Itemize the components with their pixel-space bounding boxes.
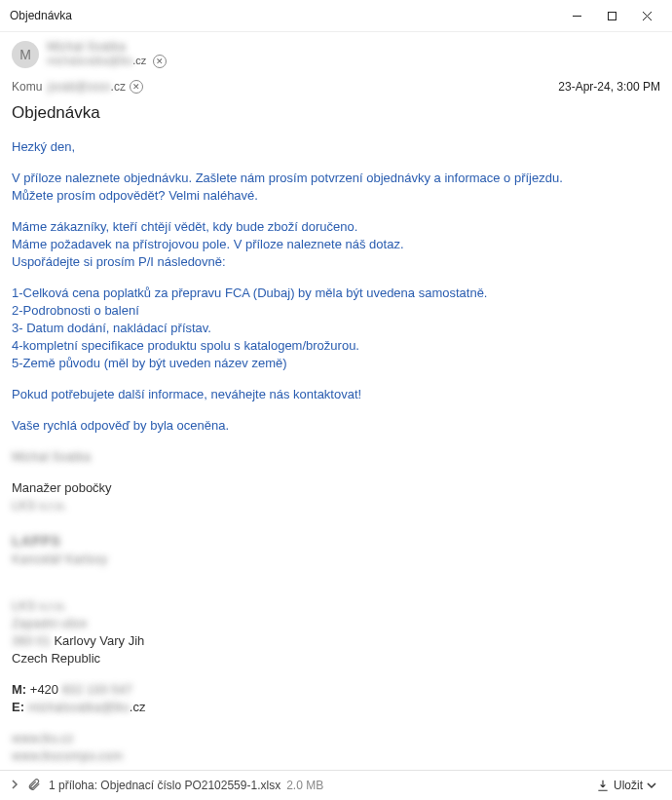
body-line: Uspořádejte si prosím P/I následovně:	[12, 253, 660, 271]
body-list-item: 3- Datum dodání, nakládací přístav.	[12, 320, 660, 337]
minimize-button[interactable]	[559, 4, 594, 27]
email-label: E:	[12, 700, 24, 714]
window-titlebar: Objednávka	[0, 0, 672, 32]
close-button[interactable]	[629, 4, 664, 27]
sender-email-suffix: .cz	[132, 55, 146, 66]
phone-label: M:	[12, 682, 26, 697]
address-line: LKS s.r.o.	[12, 598, 66, 613]
email-header: M Michal Svatka michalsvatka@lks.cz ✕	[0, 32, 672, 74]
email-subject: Objednávka	[0, 99, 672, 133]
recipient-row: Komu jsvab@xxxx.cz ✕ 23-Apr-24, 3:00 PM	[0, 74, 672, 99]
address-zip: 360 01	[12, 633, 51, 648]
sig-email-blur: michalsvatka@lks	[24, 700, 130, 714]
download-icon	[596, 779, 610, 792]
body-line: Můžete prosím odpovědět? Velmi naléhavé.	[12, 187, 660, 205]
body-line: V příloze naleznete objednávku. Zašlete …	[12, 170, 660, 187]
body-list-item: 1-Celková cena poplatků za přepravu FCA …	[12, 285, 660, 302]
address-country: Czech Republic	[12, 650, 660, 667]
body-greeting: Hezký den,	[12, 138, 660, 156]
body-line: Pokud potřebujete další informace, neváh…	[12, 386, 660, 403]
email-date: 23-Apr-24, 3:00 PM	[558, 80, 660, 94]
attachment-icon	[27, 778, 41, 794]
website-line: www.lks.cz	[12, 731, 74, 745]
website-line: www.lkscompo.com	[12, 748, 123, 763]
attachment-size: 2.0 MB	[286, 779, 323, 792]
body-list-item: 4-kompletní specifikace produktu spolu s…	[12, 337, 660, 355]
company-sub: Kancelář Karlovy	[12, 552, 107, 566]
sender-avatar: M	[12, 41, 39, 68]
address-line: Zapadni ulice	[12, 616, 87, 630]
save-attachment-button[interactable]: Uložit	[590, 777, 662, 794]
signature-name: Michal Svatka	[12, 449, 91, 464]
window-title: Objednávka	[10, 9, 72, 22]
body-list-item: 2-Podrobnosti o balení	[12, 302, 660, 320]
body-line: Vaše rychlá odpověď by byla oceněna.	[12, 417, 660, 435]
presence-icon: ✕	[130, 80, 143, 94]
attachment-bar: 1 příloha: Objednací číslo PO2102559-1.x…	[0, 770, 672, 800]
company-name: LAPPS	[12, 532, 60, 549]
sender-name: Michal Svatka	[47, 39, 126, 54]
maximize-button[interactable]	[594, 4, 629, 27]
svg-rect-1	[608, 12, 616, 19]
body-line: Máme zákazníky, kteří chtějí vědět, kdy …	[12, 218, 660, 236]
to-label: Komu	[12, 80, 42, 94]
attachment-text[interactable]: 1 příloha: Objednací číslo PO2102559-1.x…	[49, 779, 280, 792]
body-line: Máme požadavek na přístrojovou pole. V p…	[12, 236, 660, 253]
presence-icon: ✕	[153, 55, 167, 68]
signature-title: Manažer pobočky	[12, 479, 660, 497]
signature-sub: LKS s.r.o.	[12, 498, 66, 513]
address-city: Karlovy Vary Jih	[51, 633, 145, 648]
phone-prefix: +420	[26, 682, 62, 697]
save-label: Uložit	[614, 779, 643, 792]
sender-email-blur: michalsvatka@lks	[47, 55, 132, 66]
recipient-suffix: .cz	[111, 80, 126, 94]
recipient-blur: jsvab@xxxx	[48, 80, 110, 94]
body-list-item: 5-Země původu (měl by být uveden název z…	[12, 355, 660, 372]
chevron-down-icon	[647, 781, 656, 790]
phone-number: 602 100 547	[62, 682, 132, 697]
email-body: Hezký den, V příloze naleznete objednávk…	[0, 133, 672, 770]
chevron-right-icon[interactable]	[10, 779, 19, 792]
sig-email-suffix: .cz	[130, 700, 146, 714]
